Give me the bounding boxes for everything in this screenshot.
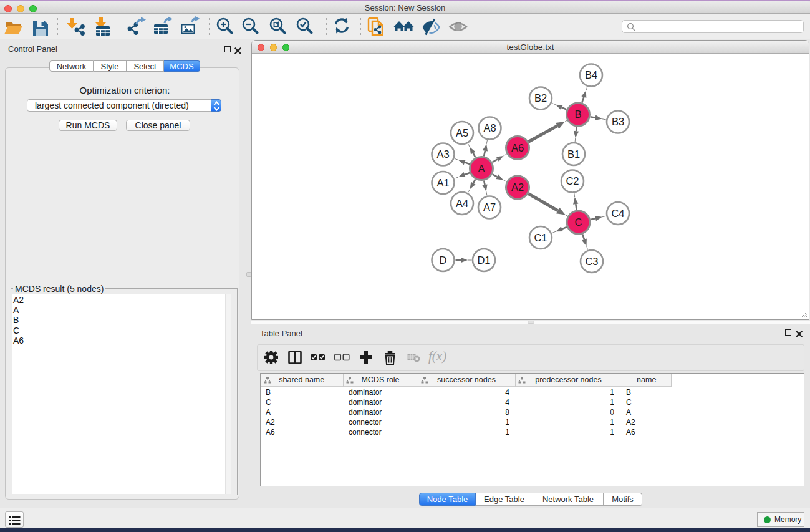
svg-text:A5: A5 (456, 127, 468, 138)
svg-text:C2: C2 (566, 175, 579, 186)
svg-text:B: B (574, 109, 581, 120)
svg-text:A7: A7 (483, 201, 496, 213)
svg-text:C: C (575, 216, 582, 228)
svg-text:A: A (478, 163, 485, 174)
svg-text:C4: C4 (611, 208, 624, 219)
svg-text:A8: A8 (483, 122, 496, 133)
svg-text:A6: A6 (511, 142, 524, 153)
svg-text:A2: A2 (511, 181, 524, 193)
svg-text:C1: C1 (534, 232, 547, 243)
svg-text:B4: B4 (585, 69, 597, 80)
svg-text:D1: D1 (477, 254, 490, 266)
svg-text:A4: A4 (456, 198, 468, 209)
svg-text:B1: B1 (567, 148, 580, 160)
svg-text:B3: B3 (612, 116, 624, 127)
svg-text:B2: B2 (534, 92, 547, 104)
svg-text:A3: A3 (436, 148, 449, 160)
svg-text:D: D (440, 254, 447, 266)
svg-text:C3: C3 (585, 256, 598, 267)
svg-text:A1: A1 (436, 177, 449, 188)
